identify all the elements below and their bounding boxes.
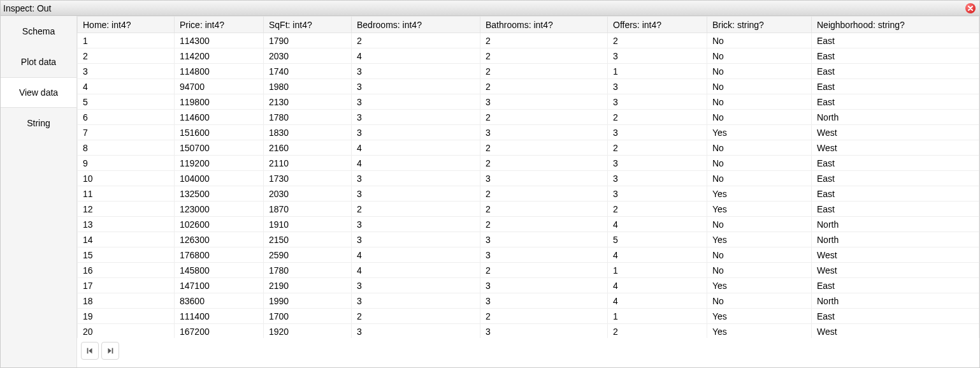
table-row[interactable]: 21142002030423NoEast xyxy=(78,48,979,64)
table-cell: 147100 xyxy=(175,278,264,293)
table-cell: 1 xyxy=(78,33,175,48)
table-row[interactable]: 91192002110423NoEast xyxy=(78,156,979,171)
table-row[interactable]: 81507002160422NoWest xyxy=(78,140,979,156)
close-button[interactable] xyxy=(965,3,976,13)
table-cell: 4 xyxy=(352,247,480,263)
table-cell: North xyxy=(812,232,979,247)
table-cell: 1790 xyxy=(264,33,352,48)
table-cell: 2 xyxy=(480,309,608,324)
table-cell: No xyxy=(707,293,812,309)
table-row[interactable]: 111325002030323YesEast xyxy=(78,186,979,202)
table-row[interactable]: 161458001780421NoWest xyxy=(78,263,979,278)
table-cell: 176800 xyxy=(175,247,264,263)
table-cell: 4 xyxy=(608,278,707,293)
table-row[interactable]: 141263002150335YesNorth xyxy=(78,232,979,247)
table-row[interactable]: 191114001700221YesEast xyxy=(78,309,979,324)
table-row[interactable]: 151768002590434NoWest xyxy=(78,247,979,263)
table-cell: 3 xyxy=(480,171,608,186)
table-cell: 4 xyxy=(608,217,707,232)
table-cell: 3 xyxy=(480,324,608,339)
table-cell: East xyxy=(812,64,979,79)
table-row[interactable]: 171471002190334YesEast xyxy=(78,278,979,293)
table-cell: West xyxy=(812,263,979,278)
table-cell: 18 xyxy=(78,293,175,309)
table-cell: 2110 xyxy=(264,156,352,171)
table-cell: 2160 xyxy=(264,140,352,156)
tab-plot-data[interactable]: Plot data xyxy=(1,47,76,77)
table-cell: No xyxy=(707,247,812,263)
table-row[interactable]: 201672001920332YesWest xyxy=(78,324,979,339)
column-header[interactable]: Offers: int4? xyxy=(608,17,707,33)
table-cell: 114200 xyxy=(175,48,264,64)
table-row[interactable]: 121230001870222YesEast xyxy=(78,202,979,217)
table-cell: 3 xyxy=(480,125,608,140)
column-header[interactable]: Bathrooms: int4? xyxy=(480,17,608,33)
table-cell: 1780 xyxy=(264,110,352,125)
table-cell: 2 xyxy=(78,48,175,64)
table-row[interactable]: 131026001910324NoNorth xyxy=(78,217,979,232)
tab-label: String xyxy=(27,118,50,128)
table-cell: East xyxy=(812,278,979,293)
table-cell: No xyxy=(707,79,812,94)
table-cell: 2 xyxy=(480,186,608,202)
table-row[interactable]: 61146001780322NoNorth xyxy=(78,110,979,125)
table-row[interactable]: 71516001830333YesWest xyxy=(78,125,979,140)
table-cell: 2 xyxy=(480,156,608,171)
column-header[interactable]: SqFt: int4? xyxy=(264,17,352,33)
table-cell: East xyxy=(812,186,979,202)
table-cell: 2 xyxy=(352,309,480,324)
column-header[interactable]: Price: int4? xyxy=(175,17,264,33)
tab-label: Plot data xyxy=(21,57,56,67)
table-cell: 11 xyxy=(78,186,175,202)
column-header[interactable]: Brick: string? xyxy=(707,17,812,33)
tab-string[interactable]: String xyxy=(1,108,76,138)
table-cell: No xyxy=(707,217,812,232)
table-row[interactable]: 4947001980323NoEast xyxy=(78,79,979,94)
table-cell: Yes xyxy=(707,324,812,339)
table-cell: 9 xyxy=(78,156,175,171)
table-cell: No xyxy=(707,64,812,79)
table-cell: 1780 xyxy=(264,263,352,278)
table-cell: 3 xyxy=(608,125,707,140)
skip-forward-icon xyxy=(106,346,115,355)
table-cell: 102600 xyxy=(175,217,264,232)
table-cell: 2 xyxy=(352,202,480,217)
table-cell: 3 xyxy=(480,247,608,263)
table-cell: East xyxy=(812,79,979,94)
window-title: Inspect: Out xyxy=(3,3,51,13)
table-cell: 3 xyxy=(352,186,480,202)
table-scroll[interactable]: Home: int4?Price: int4?SqFt: int4?Bedroo… xyxy=(77,16,979,338)
table-cell: No xyxy=(707,94,812,110)
tab-view-data[interactable]: View data xyxy=(1,77,76,108)
tab-schema[interactable]: Schema xyxy=(1,16,76,47)
table-row[interactable]: 18836001990334NoNorth xyxy=(78,293,979,309)
table-cell: 20 xyxy=(78,324,175,339)
table-cell: 12 xyxy=(78,202,175,217)
table-cell: 10 xyxy=(78,171,175,186)
column-header[interactable]: Neighborhood: string? xyxy=(812,17,979,33)
table-cell: 94700 xyxy=(175,79,264,94)
table-cell: 4 xyxy=(78,79,175,94)
table-body: 11143001790222NoEast21142002030423NoEast… xyxy=(78,33,979,339)
column-header[interactable]: Bedrooms: int4? xyxy=(352,17,480,33)
next-page-button[interactable] xyxy=(101,342,119,360)
table-cell: 167200 xyxy=(175,324,264,339)
table-cell: Yes xyxy=(707,202,812,217)
main-panel: Home: int4?Price: int4?SqFt: int4?Bedroo… xyxy=(77,16,979,367)
table-cell: Yes xyxy=(707,232,812,247)
table-cell: 2 xyxy=(608,110,707,125)
table-row[interactable]: 31148001740321NoEast xyxy=(78,64,979,79)
table-cell: 2 xyxy=(480,48,608,64)
table-cell: East xyxy=(812,171,979,186)
table-row[interactable]: 11143001790222NoEast xyxy=(78,33,979,48)
table-row[interactable]: 101040001730333NoEast xyxy=(78,171,979,186)
table-cell: 114300 xyxy=(175,33,264,48)
table-row[interactable]: 51198002130333NoEast xyxy=(78,94,979,110)
column-header[interactable]: Home: int4? xyxy=(78,17,175,33)
table-cell: 2 xyxy=(480,64,608,79)
table-cell: 8 xyxy=(78,140,175,156)
first-page-button[interactable] xyxy=(81,342,99,360)
table-cell: 3 xyxy=(480,94,608,110)
table-cell: 3 xyxy=(352,110,480,125)
table-cell: 2 xyxy=(480,263,608,278)
